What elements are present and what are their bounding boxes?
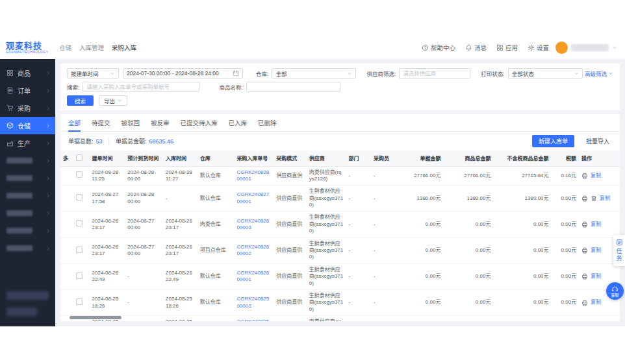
new-inbound-button[interactable]: 新建入库单 [532,135,574,147]
batch-import-button[interactable]: 批量导入 [583,135,612,147]
tab-0[interactable]: 全部 [68,114,81,131]
sidebar-item-blurred[interactable] [0,239,55,257]
top-action-apps[interactable]: 应用 [496,43,518,52]
cell-tax: 0.00元 [552,289,580,315]
tab-1[interactable]: 待提交 [92,114,110,131]
sidebar-item-blurred[interactable] [0,169,55,187]
customer-service-button[interactable]: 客服 [606,282,624,300]
copy-link[interactable]: 复制 [591,173,601,179]
chevron-right-icon [45,228,51,234]
user-menu[interactable] [555,42,625,54]
row-expander [60,263,73,289]
search-button[interactable]: 搜索 [67,95,94,106]
cell-ops: 复制 [579,186,620,212]
print-icon[interactable] [581,247,588,254]
trash-icon[interactable] [591,195,597,202]
copy-link[interactable]: 复制 [600,195,610,202]
blurred-label [6,175,32,181]
tab-6[interactable]: 已删除 [258,114,277,131]
chevron-right-icon [45,176,51,181]
sidebar-item-blurred[interactable] [0,152,55,169]
row-checkbox[interactable] [76,298,83,305]
breadcrumb-item-2[interactable]: 采购入库 [112,43,136,52]
caret-down-icon [107,71,115,76]
tab-4[interactable]: 已提交待入库 [181,114,218,131]
tab-5[interactable]: 已入库 [229,114,248,131]
print-icon[interactable] [581,173,588,179]
copy-link[interactable]: 复制 [591,273,601,280]
cell-ops: 复制 [579,166,620,186]
chevron-right-icon [45,158,51,164]
sidebar-item-warehouse[interactable]: 仓储 [0,117,55,134]
sidebar-item-purchase[interactable]: 采购 [0,99,55,117]
sidebar-item-orders[interactable]: 订单 [0,82,55,99]
product-name-input[interactable] [246,82,340,92]
cell-expected: 2024-08-28 00:00 [125,166,163,186]
advanced-filter-link[interactable]: 高级筛选 [585,69,613,77]
cell-goods_amount: 0.00元 [443,237,493,263]
order-number-link[interactable]: CGRK24082800001 [236,169,269,182]
time-type-select[interactable]: 按建单时间 [67,68,119,79]
print-icon[interactable] [581,273,588,280]
supplier-filter-input[interactable] [399,68,470,79]
order-number-link[interactable]: CGRK24082600001 [236,270,269,282]
cell-order_no: CGRK24082700001 [234,186,274,212]
order-number-link[interactable]: CGRK24082600002 [236,244,269,256]
row-checkbox[interactable] [76,273,83,279]
top-action-help[interactable]: 帮助中心 [422,43,455,52]
order-number-link[interactable]: CGRK24082500002 [236,319,269,321]
copy-link[interactable]: 复制 [591,247,601,254]
avatar[interactable] [555,42,568,54]
tab-2[interactable]: 被驳回 [121,114,140,131]
sidebar-item-blurred[interactable] [0,187,55,204]
order-number-link[interactable]: CGRK24082700001 [236,191,269,204]
cell-excl_tax_amount: 0.00元 [493,237,551,263]
select-all-checkbox[interactable] [76,154,83,161]
cell-created: 2024-08-26 22:49 [90,263,125,289]
breadcrumb-item-1[interactable]: 入库管理 [79,43,104,52]
order-number-link[interactable]: CGRK24082500003 [236,296,269,308]
row-actions: 复制 [581,173,617,179]
row-checkbox[interactable] [76,247,83,253]
cell-inbound: 2024-08-26 23:17 [163,212,198,237]
copy-link[interactable]: 复制 [591,299,601,306]
horizontal-scrollbar[interactable] [70,316,121,319]
warehouse-select[interactable]: 全部 [272,68,356,79]
export-label: 导出 [104,97,115,104]
cell-dept: - [346,263,371,289]
search-input[interactable] [83,82,199,92]
print-status-select[interactable]: 全部状态 [508,68,583,79]
cell-amount: 0.00元 [398,289,444,315]
order-number-link[interactable]: CGRK24082600003 [236,218,269,230]
row-expander [60,289,73,315]
production-icon [6,140,14,147]
print-icon[interactable] [581,300,588,306]
row-checkbox[interactable] [76,171,83,178]
date-range-picker[interactable]: 2024-07-30 00:00 - 2024-08-28 24:00 [123,68,243,79]
row-checkbox-cell [73,166,89,186]
tab-3[interactable]: 被反审 [151,114,170,131]
sidebar-item-production[interactable]: 生产 [0,134,55,152]
cell-created: 2024-08-27 17:58 [90,186,125,212]
sidebar-item-blurred[interactable] [0,204,55,222]
sidebar-item-products[interactable]: 商品 [0,64,55,82]
sidebar-item-blurred[interactable] [0,222,55,239]
breadcrumb-item-0[interactable]: 仓储 [59,43,71,52]
sidebar-items: 商品订单采购仓储生产 [0,64,55,257]
cell-expected: - [125,316,163,321]
task-widget[interactable]: 任务 [613,235,625,266]
blurred-block [6,308,37,316]
row-checkbox[interactable] [76,220,83,226]
copy-link[interactable]: 复制 [591,221,601,228]
row-actions: 复制 [581,273,617,280]
top-action-messages[interactable]: 消息 [465,43,487,52]
print-icon[interactable] [581,221,588,228]
task-label: 任务 [615,248,624,262]
export-button[interactable]: 导出 [99,95,127,106]
caret-down-icon[interactable] [612,45,617,50]
print-icon[interactable] [581,195,588,202]
blurred-label [6,228,32,234]
row-checkbox[interactable] [76,194,83,200]
top-action-settings[interactable]: 设置 [528,43,549,52]
cell-dept: - [346,237,371,263]
